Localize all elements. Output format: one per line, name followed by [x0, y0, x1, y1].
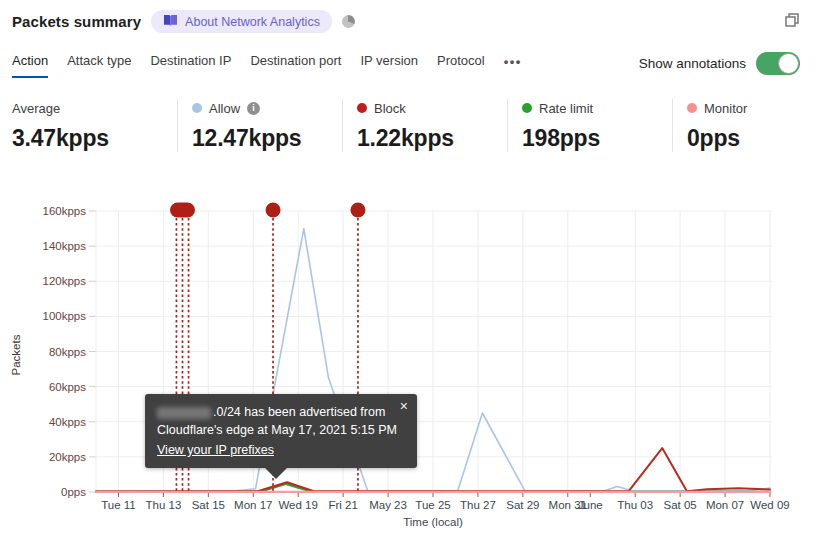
stat-value: 3.47kpps	[12, 125, 169, 152]
x-tick-label: Wed 09	[750, 499, 789, 511]
x-tick-label: Tue 11	[101, 499, 136, 511]
x-tick-label: Mon 17	[234, 499, 272, 511]
annotation-pill-marker[interactable]	[170, 203, 195, 218]
tab-ip-version[interactable]: IP version	[360, 53, 418, 76]
x-tick-label: Sat 29	[506, 499, 539, 511]
tooltip-line1: .0/24 has been advertised from	[157, 403, 391, 421]
usage-pie-icon	[342, 15, 355, 28]
more-tabs-ellipsis-icon[interactable]: •••	[504, 53, 522, 77]
rate-limit-legend-dot	[522, 103, 532, 113]
x-tick-label: Tue 25	[415, 499, 450, 511]
stat-rate-limit: Rate limit 198pps	[507, 99, 672, 152]
toggle-knob	[778, 53, 799, 74]
x-tick-label: Thu 27	[460, 499, 496, 511]
open-in-new-window-icon[interactable]	[784, 12, 800, 32]
stat-monitor: Monitor 0pps	[672, 99, 816, 152]
y-tick-label: 100kpps	[43, 310, 87, 322]
summary-stats-row: Average 3.47kpps Allow 12.47kpps Block 1…	[12, 99, 816, 152]
x-tick-label: Thu 13	[145, 499, 181, 511]
about-network-analytics-badge[interactable]: About Network Analytics	[151, 10, 332, 33]
x-tick-label: Sat 05	[664, 499, 697, 511]
show-annotations-control: Show annotations	[639, 52, 800, 75]
network-analytics-panel: Packets summary About Network Analytics …	[0, 0, 816, 545]
y-tick-label: 140kpps	[43, 240, 87, 252]
page-title: Packets summary	[12, 13, 141, 30]
show-annotations-label: Show annotations	[639, 56, 746, 71]
tab-attack-type[interactable]: Attack type	[67, 53, 131, 76]
tab-destination-ip[interactable]: Destination IP	[150, 53, 231, 76]
tooltip-line2: Cloudflare's edge at May 17, 2021 5:15 P…	[157, 421, 391, 439]
x-tick-label: Wed 19	[278, 499, 317, 511]
x-tick-label: Mon 07	[706, 499, 744, 511]
stat-label: Rate limit	[539, 101, 593, 116]
stat-value: 1.22kpps	[357, 125, 499, 152]
x-tick-label: Fri 21	[328, 499, 357, 511]
y-axis-title: Packets	[10, 334, 22, 375]
x-tick-label: Sat 15	[192, 499, 225, 511]
y-tick-label: 40kpps	[49, 416, 86, 428]
stat-value: 12.47kpps	[192, 125, 334, 152]
packets-chart: 0pps20kpps40kpps60kpps80kpps100kpps120kp…	[0, 192, 816, 545]
tab-protocol[interactable]: Protocol	[437, 53, 485, 76]
x-tick-label: June	[578, 499, 603, 511]
tab-destination-port[interactable]: Destination port	[250, 53, 341, 76]
x-axis-title: Time (local)	[403, 516, 463, 528]
annotation-tooltip: × .0/24 has been advertised from Cloudfl…	[145, 394, 417, 468]
stat-label: Average	[12, 101, 60, 116]
stat-block: Block 1.22kpps	[342, 99, 507, 152]
y-tick-label: 20kpps	[49, 451, 86, 463]
info-icon[interactable]	[247, 102, 260, 115]
block-legend-dot	[357, 103, 367, 113]
stat-value: 0pps	[687, 125, 816, 152]
stat-value: 198pps	[522, 125, 664, 152]
tab-action[interactable]: Action	[12, 53, 48, 78]
stat-average: Average 3.47kpps	[12, 99, 177, 152]
monitor-legend-dot	[687, 103, 697, 113]
stat-label: Block	[374, 101, 406, 116]
about-badge-label: About Network Analytics	[185, 15, 320, 29]
x-tick-label: May 23	[369, 499, 407, 511]
x-tick-label: Thu 03	[617, 499, 653, 511]
view-ip-prefixes-link[interactable]: View your IP prefixes	[157, 441, 274, 459]
redacted-ip-prefix	[157, 407, 211, 419]
book-icon	[163, 13, 178, 31]
y-tick-label: 160kpps	[43, 205, 87, 217]
dimension-tabs: Action Attack type Destination IP Destin…	[12, 53, 522, 78]
show-annotations-toggle[interactable]	[756, 52, 800, 75]
allow-legend-dot	[192, 103, 202, 113]
annotation-dot-marker[interactable]	[350, 203, 365, 218]
y-tick-label: 0pps	[61, 486, 86, 498]
close-icon[interactable]: ×	[400, 399, 408, 413]
y-tick-label: 60kpps	[49, 381, 86, 393]
annotation-dot-marker[interactable]	[266, 203, 281, 218]
header: Packets summary About Network Analytics	[12, 10, 355, 33]
stat-allow: Allow 12.47kpps	[177, 99, 342, 152]
y-tick-label: 80kpps	[49, 346, 86, 358]
y-tick-label: 120kpps	[43, 275, 87, 287]
stat-label: Allow	[209, 101, 240, 116]
stat-label: Monitor	[704, 101, 747, 116]
